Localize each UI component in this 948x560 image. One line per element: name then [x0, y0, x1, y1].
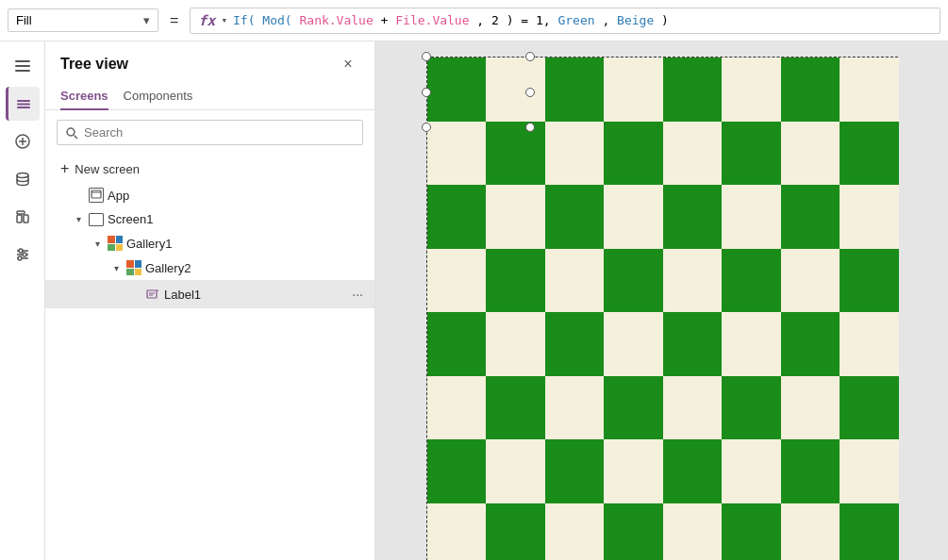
gallery1-chevron-icon: ▾: [91, 237, 104, 250]
svg-point-14: [23, 253, 26, 256]
checker-cell: [486, 58, 545, 122]
checker-cell: [663, 249, 723, 313]
checker-cell: [722, 312, 781, 376]
search-box: [57, 120, 363, 145]
svg-point-15: [18, 256, 22, 260]
checker-cell: [604, 312, 663, 376]
checker-cell: [486, 249, 545, 313]
tree-panel: Tree view × Screens Components + New scr…: [45, 41, 375, 560]
data-button[interactable]: [6, 162, 40, 196]
screen1-label: Screen1: [108, 212, 367, 226]
checker-cell: [604, 122, 663, 186]
gallery1-icon: [108, 236, 123, 251]
checker-cell: [840, 376, 899, 440]
checker-cell: [663, 312, 723, 376]
app-label: App: [108, 189, 367, 203]
fx-icon: fx: [198, 12, 215, 29]
checker-cell: [486, 376, 545, 440]
tree-close-button[interactable]: ×: [337, 53, 359, 75]
sliders-icon: [14, 246, 31, 263]
gallery1-label: Gallery1: [126, 237, 367, 251]
media-button[interactable]: [6, 200, 40, 234]
tab-components[interactable]: Components: [124, 83, 193, 110]
checker-cell: [722, 122, 781, 186]
label1-more-button[interactable]: ···: [348, 285, 367, 304]
hamburger-menu-button[interactable]: [6, 49, 40, 83]
svg-point-16: [67, 128, 75, 136]
music-icon: [14, 208, 31, 225]
screen1-chevron-icon: ▾: [72, 213, 85, 226]
plus-icon: +: [60, 160, 69, 177]
checker-cell: [545, 376, 605, 440]
checker-cell: [840, 185, 899, 249]
app-chevron-icon: [72, 189, 85, 202]
gallery2-chevron-icon: ▾: [109, 261, 123, 274]
tree-item-app[interactable]: App: [45, 183, 374, 207]
svg-rect-2: [17, 107, 30, 108]
svg-rect-9: [24, 215, 28, 222]
checker-cell: [840, 439, 899, 503]
canvas-area[interactable]: [375, 41, 948, 560]
search-icon: [65, 126, 78, 140]
svg-rect-0: [17, 100, 30, 102]
tree-tabs: Screens Components: [45, 83, 374, 110]
fill-dropdown[interactable]: Fill ▾: [8, 8, 158, 32]
checker-cell: [545, 58, 605, 122]
checker-cell: [663, 439, 723, 503]
checker-cell: [722, 503, 781, 561]
checker-cell: [722, 58, 781, 122]
svg-point-13: [19, 249, 23, 253]
gallery2-label: Gallery2: [145, 261, 367, 275]
tab-screens[interactable]: Screens: [60, 83, 108, 110]
checker-cell: [486, 122, 545, 186]
checker-cell: [545, 503, 605, 561]
checker-cell: [545, 122, 605, 186]
checker-cell: [840, 249, 899, 313]
checker-cell: [545, 312, 605, 376]
controls-button[interactable]: [6, 238, 40, 272]
hamburger-icon: [11, 57, 34, 75]
search-input[interactable]: [84, 125, 355, 140]
checker-cell: [604, 376, 663, 440]
new-screen-label: New screen: [75, 162, 140, 176]
main-area: Tree view × Screens Components + New scr…: [0, 41, 948, 560]
tree-item-gallery2[interactable]: ▾ Gallery2: [45, 255, 374, 280]
new-screen-button[interactable]: + New screen: [45, 155, 374, 183]
checker-cell: [781, 376, 840, 440]
tree-item-label1[interactable]: Label1 ···: [45, 280, 374, 308]
checker-cell: [722, 439, 781, 503]
layers-icon: [15, 95, 32, 112]
gallery2-icon: [126, 260, 141, 275]
formula-bar[interactable]: fx ▾ If( Mod( Rank.Value + File.Value , …: [190, 8, 940, 34]
checker-cell: [545, 249, 605, 313]
checker-cell: [781, 312, 840, 376]
checker-cell: [486, 503, 545, 561]
checker-cell: [781, 249, 840, 313]
database-icon: [14, 171, 31, 188]
formula-chevron-icon: ▾: [221, 14, 227, 26]
checker-cell: [486, 312, 545, 376]
label1-chevron-icon: [128, 288, 141, 301]
svg-rect-1: [17, 104, 30, 106]
checker-cell: [781, 503, 840, 561]
checker-cell: [427, 312, 487, 376]
add-screen-button[interactable]: [6, 124, 40, 158]
checker-cell: [486, 185, 545, 249]
checker-grid: [426, 57, 898, 560]
checker-cell: [427, 122, 487, 186]
checker-cell: [781, 185, 840, 249]
screen-icon: [89, 213, 104, 226]
checker-cell: [427, 503, 487, 561]
tree-view-button[interactable]: [6, 87, 40, 121]
checker-cell: [427, 439, 487, 503]
checker-cell: [840, 58, 899, 122]
checker-cell: [663, 376, 723, 440]
label1-label: Label1: [164, 288, 344, 302]
top-bar: Fill ▾ = fx ▾ If( Mod( Rank.Value + File…: [0, 0, 948, 41]
checker-cell: [781, 122, 840, 186]
svg-rect-20: [147, 290, 157, 298]
tree-item-screen1[interactable]: ▾ Screen1: [45, 207, 374, 231]
tree-item-gallery1[interactable]: ▾ Gallery1: [45, 231, 374, 255]
checker-cell: [427, 185, 487, 249]
svg-line-17: [75, 135, 78, 139]
